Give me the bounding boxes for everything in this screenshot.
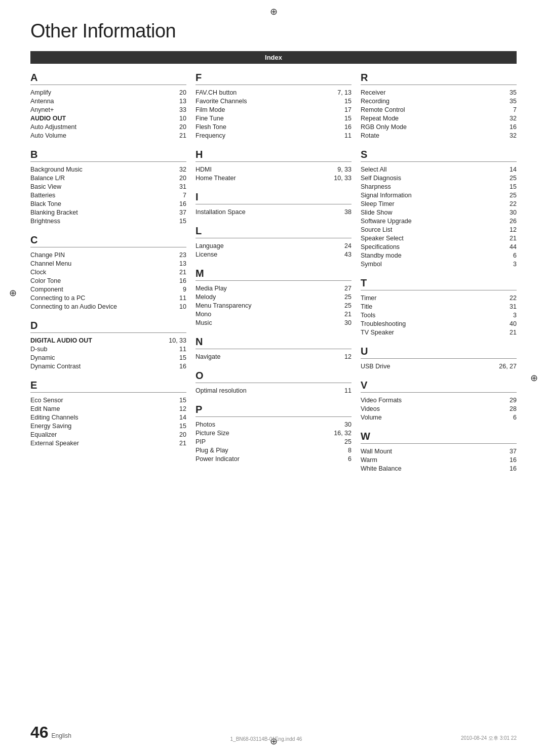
index-term: Standby mode xyxy=(361,251,478,260)
section-letter-O: O xyxy=(196,370,351,383)
index-entry: Signal Information25 xyxy=(361,191,517,199)
index-entry: Software Upgrade26 xyxy=(361,217,517,225)
index-entry: Slide Show30 xyxy=(361,208,517,217)
index-entry: Basic View31 xyxy=(30,182,186,191)
index-term: Media Play xyxy=(196,284,312,292)
index-entry: Receiver35 xyxy=(361,88,517,97)
index-entry: Rotate32 xyxy=(361,131,517,140)
index-entry: Home Theater10, 33 xyxy=(196,174,351,182)
index-term: Basic View xyxy=(30,182,147,191)
index-entry: Dynamic15 xyxy=(30,353,186,362)
index-term: Equalizer xyxy=(30,430,147,439)
page-footer: 46 English 1_BN68-03114B-01Eng.indd 46 2… xyxy=(30,723,517,742)
index-page: 15 xyxy=(147,396,186,404)
section-letter-A: A xyxy=(30,72,186,85)
left-crosshair-icon: ⊕ xyxy=(9,287,17,299)
index-entry: Timer22 xyxy=(361,293,517,302)
index-term: Power Indicator xyxy=(196,454,312,463)
index-page: 21 xyxy=(147,131,186,140)
index-term: Fine Tune xyxy=(196,114,312,122)
column-1: AAmplify20Antenna13Anynet+33AUDIO OUT10A… xyxy=(30,72,196,476)
index-entry: D-sub11 xyxy=(30,345,186,353)
index-term: Plug & Play xyxy=(196,446,312,454)
index-entry: Plug & Play8 xyxy=(196,446,351,454)
index-page: 14 xyxy=(147,413,186,422)
index-term: Home Theater xyxy=(196,174,312,182)
index-page: 23 xyxy=(147,250,186,259)
index-page: 15 xyxy=(147,422,186,430)
index-page: 21 xyxy=(312,310,351,318)
index-entry: RGB Only Mode16 xyxy=(361,122,517,131)
index-page: 30 xyxy=(312,420,351,429)
index-term: Frequency xyxy=(196,131,312,140)
section-letter-T: T xyxy=(361,277,517,290)
index-term: RGB Only Mode xyxy=(361,122,478,131)
index-term: Connecting to a PC xyxy=(30,293,147,302)
index-entry: Speaker Select21 xyxy=(361,234,517,242)
index-entry: Auto Volume21 xyxy=(30,131,186,140)
index-page: 26 xyxy=(478,217,517,225)
index-section-H: HDMI9, 33Home Theater10, 33 xyxy=(196,165,351,182)
index-section-M: Media Play27Melody25Menu Transparency25M… xyxy=(196,284,351,327)
index-term: Receiver xyxy=(361,88,478,97)
index-section-C: Change PIN23Channel Menu13Clock21Color T… xyxy=(30,250,186,311)
page-title: Other Information xyxy=(30,20,517,42)
index-entry: Dynamic Contrast16 xyxy=(30,362,186,370)
index-entry: Menu Transparency25 xyxy=(196,301,351,310)
index-entry: Component9 xyxy=(30,285,186,293)
index-page: 16 xyxy=(478,455,517,464)
index-term: External Speaker xyxy=(30,439,147,447)
index-page: 25 xyxy=(312,292,351,301)
index-entry: Change PIN23 xyxy=(30,250,186,259)
index-term: Channel Menu xyxy=(30,259,147,268)
index-entry: Sharpness15 xyxy=(361,182,517,191)
index-page: 25 xyxy=(478,174,517,182)
section-letter-M: M xyxy=(196,268,351,281)
index-entry: Background Music32 xyxy=(30,165,186,174)
index-term: Film Mode xyxy=(196,105,312,114)
index-term: License xyxy=(196,250,312,259)
section-letter-E: E xyxy=(30,380,186,393)
index-term: Repeat Mode xyxy=(361,114,478,122)
index-entry: Blanking Bracket37 xyxy=(30,208,186,217)
index-entry: Warm16 xyxy=(361,455,517,464)
index-term: Dynamic Contrast xyxy=(30,362,147,370)
index-page: 10 xyxy=(147,114,186,122)
index-page: 16, 32 xyxy=(312,429,351,437)
index-entry: Antenna13 xyxy=(30,97,186,105)
index-section-R: Receiver35Recording35Remote Control7Repe… xyxy=(361,88,517,140)
index-term: Anynet+ xyxy=(30,105,147,114)
index-entry: Flesh Tone16 xyxy=(196,122,351,131)
index-term: Recording xyxy=(361,97,478,105)
index-entry: Tools3 xyxy=(361,311,517,319)
index-page: 21 xyxy=(478,328,517,337)
index-entry: External Speaker21 xyxy=(30,439,186,447)
index-page: 11 xyxy=(147,345,186,353)
index-term: Energy Saving xyxy=(30,422,147,430)
index-term: FAV.CH button xyxy=(196,88,312,97)
index-page: 32 xyxy=(478,131,517,140)
index-entry: License43 xyxy=(196,250,351,259)
top-crosshair-icon: ⊕ xyxy=(270,6,278,17)
index-entry: Source List12 xyxy=(361,225,517,234)
index-entry: Title31 xyxy=(361,302,517,311)
index-entry: Favorite Channels15 xyxy=(196,97,351,105)
index-entry: Select All14 xyxy=(361,165,517,174)
index-page: 35 xyxy=(478,88,517,97)
index-page: 44 xyxy=(478,242,517,251)
index-entry: Amplify20 xyxy=(30,88,186,97)
index-entry: Power Indicator6 xyxy=(196,454,351,463)
footer-date: 2010-08-24 오후 3:01 22 xyxy=(461,735,517,742)
index-page: 43 xyxy=(312,250,351,259)
index-entry: Videos28 xyxy=(361,404,517,413)
index-page: 37 xyxy=(478,447,517,455)
index-term: Installation Space xyxy=(196,207,312,216)
index-entry: Language24 xyxy=(196,241,351,250)
section-letter-N: N xyxy=(196,336,351,349)
index-page: 6 xyxy=(478,413,517,422)
index-entry: Equalizer20 xyxy=(30,430,186,439)
index-entry: HDMI9, 33 xyxy=(196,165,351,174)
index-page: 7 xyxy=(147,191,186,199)
index-term: Speaker Select xyxy=(361,234,478,242)
index-section-E: Eco Sensor15Edit Name12Editing Channels1… xyxy=(30,396,186,447)
